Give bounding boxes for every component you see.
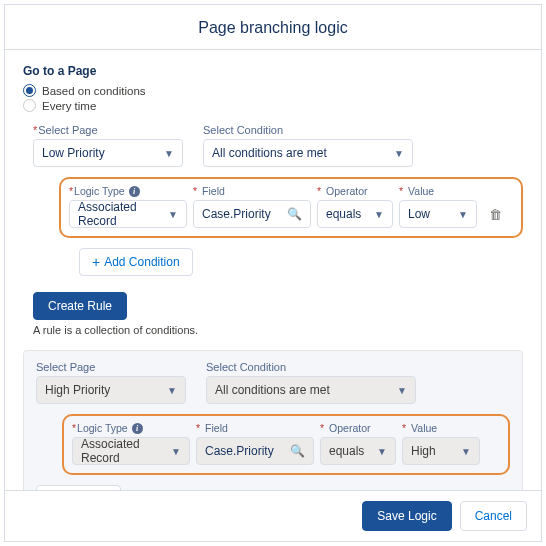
search-icon: 🔍 xyxy=(287,207,302,221)
select-condition-value: All conditions are met xyxy=(215,383,330,397)
field-value: Case.Priority xyxy=(202,207,271,221)
label-operator: Operator xyxy=(317,185,393,197)
chevron-down-icon: ▼ xyxy=(397,385,407,396)
logic-type-value: Associated Record xyxy=(78,200,168,228)
chevron-down-icon: ▼ xyxy=(171,446,181,457)
radio-group-mode: Based on conditions Every time xyxy=(23,84,523,112)
chevron-down-icon: ▼ xyxy=(377,446,387,457)
value-value: Low xyxy=(408,207,430,221)
info-icon[interactable]: i xyxy=(132,423,143,434)
logic-type-dropdown[interactable]: Associated Record ▼ xyxy=(69,200,187,228)
save-logic-button[interactable]: Save Logic xyxy=(362,501,451,531)
label-logic-type: Logic Typei xyxy=(69,185,187,197)
condition-box-2: Logic Typei Associated Record ▼ Field Ca… xyxy=(62,414,510,475)
cancel-button[interactable]: Cancel xyxy=(460,501,527,531)
modal-footer: Save Logic Cancel xyxy=(5,490,541,541)
select-condition-dropdown[interactable]: All conditions are met ▼ xyxy=(203,139,413,167)
radio-label: Every time xyxy=(42,100,96,112)
label-select-page: Select Page xyxy=(33,124,183,136)
info-icon[interactable]: i xyxy=(129,186,140,197)
create-rule-label: Create Rule xyxy=(48,299,112,313)
chevron-down-icon: ▼ xyxy=(458,209,468,220)
chevron-down-icon: ▼ xyxy=(164,148,174,159)
chevron-down-icon: ▼ xyxy=(461,446,471,457)
create-rule-button[interactable]: Create Rule xyxy=(33,292,127,320)
delete-condition-icon[interactable]: 🗑 xyxy=(483,200,507,228)
radio-icon-unchecked xyxy=(23,99,36,112)
logic-type-value: Associated Record xyxy=(81,437,171,465)
section-label-goto: Go to a Page xyxy=(23,64,523,78)
select-page-dropdown[interactable]: High Priority ▼ xyxy=(36,376,186,404)
label-select-condition: Select Condition xyxy=(203,124,413,136)
select-page-dropdown[interactable]: Low Priority ▼ xyxy=(33,139,183,167)
radio-option-based[interactable]: Based on conditions xyxy=(23,84,523,97)
rule-block-2: Select Page High Priority ▼ Select Condi… xyxy=(23,350,523,490)
condition-box-1: Logic Typei Associated Record ▼ Field Ca… xyxy=(59,177,523,238)
plus-icon: + xyxy=(92,254,100,270)
label-select-condition: Select Condition xyxy=(206,361,416,373)
modal-dialog: Page branching logic Go to a Page Based … xyxy=(4,4,542,542)
label-logic-type: Logic Typei xyxy=(72,422,190,434)
label-operator: Operator xyxy=(320,422,396,434)
select-page-value: High Priority xyxy=(45,383,110,397)
save-label: Save Logic xyxy=(377,509,436,523)
logic-type-dropdown[interactable]: Associated Record ▼ xyxy=(72,437,190,465)
chevron-down-icon: ▼ xyxy=(168,209,178,220)
value-value: High xyxy=(411,444,436,458)
label-value: Value xyxy=(402,422,480,434)
page-title: Page branching logic xyxy=(5,19,541,37)
label-field: Field xyxy=(196,422,314,434)
chevron-down-icon: ▼ xyxy=(167,385,177,396)
radio-icon-checked xyxy=(23,84,36,97)
operator-value: equals xyxy=(329,444,364,458)
radio-option-every[interactable]: Every time xyxy=(23,99,523,112)
radio-label: Based on conditions xyxy=(42,85,146,97)
add-condition-label: Add Condition xyxy=(104,255,179,269)
label-select-page: Select Page xyxy=(36,361,186,373)
search-icon: 🔍 xyxy=(290,444,305,458)
chevron-down-icon: ▼ xyxy=(374,209,384,220)
field-value: Case.Priority xyxy=(205,444,274,458)
select-condition-dropdown[interactable]: All conditions are met ▼ xyxy=(206,376,416,404)
field-lookup-input[interactable]: Case.Priority 🔍 xyxy=(193,200,311,228)
value-dropdown[interactable]: Low ▼ xyxy=(399,200,477,228)
operator-value: equals xyxy=(326,207,361,221)
rule2-selectors: Select Page High Priority ▼ Select Condi… xyxy=(36,361,510,404)
select-page-value: Low Priority xyxy=(42,146,105,160)
add-condition-button[interactable]: + Add Condition xyxy=(79,248,193,276)
operator-dropdown[interactable]: equals ▼ xyxy=(320,437,396,465)
field-lookup-input[interactable]: Case.Priority 🔍 xyxy=(196,437,314,465)
value-dropdown[interactable]: High ▼ xyxy=(402,437,480,465)
modal-header: Page branching logic xyxy=(5,5,541,50)
select-condition-value: All conditions are met xyxy=(212,146,327,160)
label-field: Field xyxy=(193,185,311,197)
cancel-label: Cancel xyxy=(475,509,512,523)
chevron-down-icon: ▼ xyxy=(394,148,404,159)
rule1-selectors: Select Page Low Priority ▼ Select Condit… xyxy=(33,124,523,167)
operator-dropdown[interactable]: equals ▼ xyxy=(317,200,393,228)
label-value: Value xyxy=(399,185,477,197)
rule-caption: A rule is a collection of conditions. xyxy=(33,324,523,336)
modal-body: Go to a Page Based on conditions Every t… xyxy=(5,50,541,490)
